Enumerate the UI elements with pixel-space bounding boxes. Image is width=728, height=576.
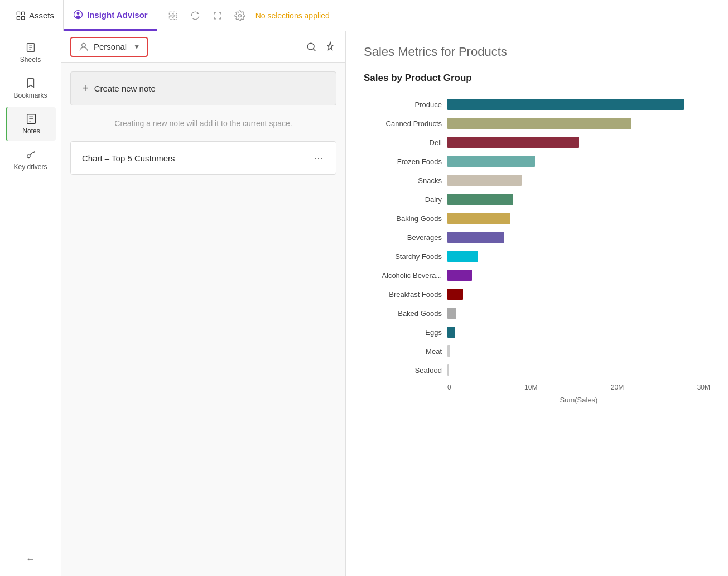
bar-row: Canned Products [364,114,710,133]
bar-container [447,326,710,338]
assets-label: Assets [29,11,54,20]
bar [447,345,450,357]
sidebar-item-sheets[interactable]: Sheets [6,36,56,69]
bar-label: Frozen Foods [364,157,447,166]
bar-label: Eggs [364,328,447,337]
zoom-icon [167,10,179,21]
refresh-button[interactable] [186,7,204,25]
bookmarks-icon [25,77,37,89]
bar-row: Baking Goods [364,209,710,228]
bar [447,213,510,224]
insight-advisor-label: Insight Advisor [87,10,148,20]
x-axis-title: Sum(Sales) [447,396,710,404]
pin-button[interactable] [324,41,336,53]
bar-chart: ProduceCanned ProductsDeliFrozen FoodsSn… [364,95,710,380]
bar-row: Starchy Foods [364,247,710,266]
bar-row: Meat [364,342,710,361]
insight-icon [73,9,84,20]
bar [447,156,535,167]
bar-container [447,193,710,205]
svg-point-19 [27,155,30,158]
bar [447,308,456,319]
bar-label: Baked Goods [364,309,447,318]
bar-label: Breakfast Foods [364,290,447,299]
collapse-icon: ← [26,554,35,564]
bar [447,327,455,338]
bar-container [447,288,710,300]
bar [447,99,684,110]
bar [447,137,579,148]
svg-rect-0 [17,12,20,15]
x-axis-label: 30M [697,383,710,391]
assets-button[interactable]: Assets [7,0,64,31]
bar [447,364,449,376]
collapse-sidebar-button[interactable]: ← [8,549,53,569]
expand-button[interactable] [209,7,226,25]
bar [447,118,631,129]
bar-row: Eggs [364,323,710,342]
chart-subtitle: Sales by Product Group [364,73,710,84]
personal-selector[interactable]: Personal ▼ [70,37,148,57]
insight-advisor-tab[interactable]: Insight Advisor [64,0,157,31]
bar-label: Starchy Foods [364,252,447,261]
bar-container [447,345,710,357]
sheets-label: Sheets [20,56,41,64]
bar-container [447,364,710,376]
x-axis: 010M20M30M [447,383,710,391]
notes-icon [25,113,37,125]
person-icon [78,41,89,52]
sidebar-item-bookmarks[interactable]: Bookmarks [6,71,56,105]
bar-row: Beverages [364,228,710,247]
chevron-down-icon: ▼ [133,43,140,51]
zoom-tool-button[interactable] [164,7,182,25]
refresh-icon [190,10,201,21]
svg-rect-3 [22,16,25,19]
create-note-label: Create new note [94,84,156,93]
bar-container [447,269,710,281]
bar-row: Baked Goods [364,304,710,323]
note-card-menu-button[interactable]: ⋯ [314,152,325,164]
bar-container [447,136,710,148]
x-axis-label: 20M [611,383,624,391]
sidebar-item-key-drivers[interactable]: Key drivers [6,143,56,176]
notes-label: Notes [22,127,40,135]
note-card[interactable]: Chart – Top 5 Customers ⋯ [70,141,336,175]
svg-rect-8 [169,16,172,19]
bar-row: Frozen Foods [364,152,710,171]
bar-container [447,174,710,186]
bar-label: Beverages [364,233,447,242]
bar-label: Seafood [364,366,447,375]
create-note-button[interactable]: + Create new note [70,71,336,105]
bar-label: Deli [364,138,447,147]
no-selections-label: No selections applied [255,11,330,20]
bookmarks-label: Bookmarks [13,92,47,99]
settings-icon [234,10,245,21]
sidebar-item-notes[interactable]: Notes [6,107,56,141]
chart-panel-title: Sales Metrics for Products [364,45,710,59]
svg-rect-6 [169,12,172,15]
expand-icon [212,10,223,21]
personal-label: Personal [94,42,127,51]
x-axis-label: 10M [524,383,537,391]
bar-label: Dairy [364,195,447,204]
assets-icon [16,11,26,21]
bar [447,270,472,281]
sidebar-bottom: ← [8,549,53,576]
bar-label: Snacks [364,176,447,185]
svg-rect-1 [22,12,25,15]
bar-container [447,155,710,167]
bar-container [447,231,710,243]
key-drivers-label: Key drivers [13,163,47,171]
bar-row: Snacks [364,171,710,190]
svg-line-24 [314,49,316,51]
bar [447,175,522,186]
settings-button[interactable] [231,7,249,25]
plus-icon: + [82,82,89,95]
search-button[interactable] [305,41,317,53]
bar-label: Meat [364,347,447,356]
bar-row: Seafood [364,361,710,380]
bar-label: Produce [364,100,447,109]
bar-row: Deli [364,133,710,152]
svg-point-23 [307,43,314,50]
chart-panel: Sales Metrics for Products Sales by Prod… [346,31,728,576]
